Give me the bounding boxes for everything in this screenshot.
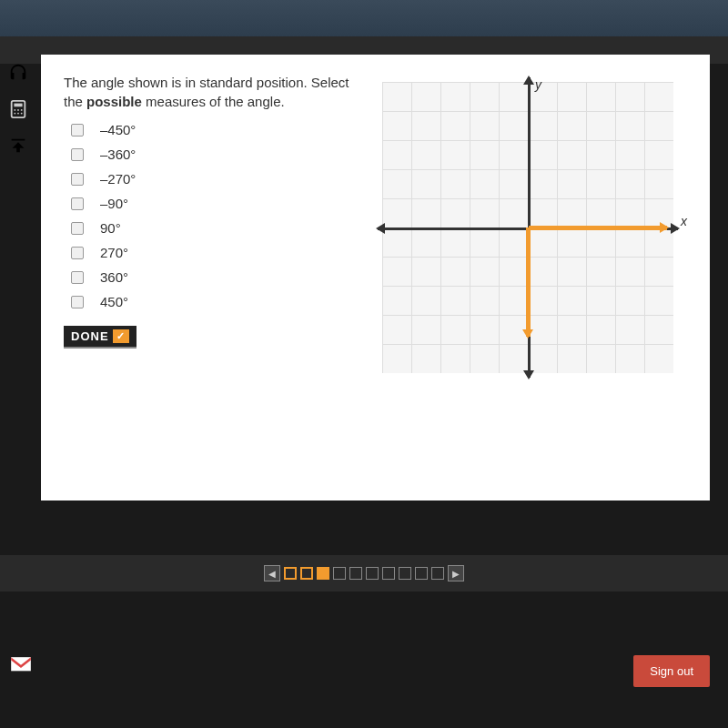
checkbox[interactable]	[71, 222, 84, 235]
done-button[interactable]: DONE ✓	[64, 326, 136, 349]
option-label: 90°	[100, 220, 121, 236]
next-arrow-button[interactable]: ▶	[448, 565, 464, 581]
answer-options-list: –450° –360° –270° –90° 90° 270°	[64, 122, 355, 309]
question-text-bold: possible	[86, 94, 142, 109]
progress-step[interactable]	[366, 567, 379, 580]
checkbox[interactable]	[71, 173, 84, 186]
svg-point-6	[17, 113, 19, 115]
graph-panel: y x	[369, 73, 687, 482]
option-label: –450°	[100, 122, 136, 137]
option-row: –450°	[71, 122, 355, 137]
done-button-label: DONE	[71, 329, 109, 343]
checkbox[interactable]	[71, 197, 84, 210]
svg-rect-1	[14, 104, 22, 107]
progress-step-current[interactable]	[317, 567, 329, 580]
lesson-progress-bar: ◀ ▶	[0, 555, 728, 592]
coordinate-graph: y x	[373, 73, 682, 382]
gmail-icon[interactable]	[9, 655, 33, 673]
headphones-icon[interactable]	[5, 59, 32, 86]
question-panel: The angle shown is in standard position.…	[64, 73, 355, 482]
progress-step[interactable]	[399, 567, 411, 580]
angle-terminal-side	[526, 228, 531, 337]
check-icon: ✓	[113, 329, 129, 343]
option-row: 270°	[71, 245, 355, 260]
tool-sidebar	[0, 50, 36, 168]
option-row: –90°	[71, 196, 355, 211]
progress-step[interactable]	[284, 567, 297, 580]
progress-step[interactable]	[431, 567, 444, 580]
svg-point-2	[14, 109, 15, 111]
svg-point-5	[14, 113, 15, 115]
option-row: 90°	[71, 220, 355, 236]
question-text: The angle shown is in standard position.…	[64, 73, 355, 111]
progress-step[interactable]	[349, 567, 362, 580]
option-label: –270°	[100, 171, 136, 187]
progress-step[interactable]	[382, 567, 395, 580]
option-row: –270°	[71, 171, 355, 187]
content-area: The angle shown is in standard position.…	[41, 55, 710, 500]
calculator-icon[interactable]	[5, 96, 32, 123]
progress-step[interactable]	[300, 567, 313, 580]
prev-arrow-button[interactable]: ◀	[264, 565, 280, 581]
svg-point-7	[21, 113, 23, 115]
sign-out-button[interactable]: Sign out	[633, 655, 710, 687]
collapse-up-icon[interactable]	[5, 132, 32, 159]
option-row: 360°	[71, 269, 355, 285]
option-row: 450°	[71, 294, 355, 309]
question-text-part2: measures of the angle.	[142, 94, 285, 109]
checkbox[interactable]	[71, 247, 84, 259]
sign-out-label: Sign out	[650, 664, 693, 678]
option-label: –90°	[100, 196, 128, 211]
x-axis-label: x	[681, 214, 687, 228]
svg-point-4	[21, 109, 23, 111]
progress-step[interactable]	[415, 567, 428, 580]
option-label: 270°	[100, 245, 128, 260]
checkbox[interactable]	[71, 124, 84, 136]
option-label: –360°	[100, 147, 136, 162]
checkbox[interactable]	[71, 296, 84, 308]
checkbox[interactable]	[71, 271, 84, 284]
angle-initial-side	[529, 226, 667, 230]
progress-step[interactable]	[333, 567, 346, 580]
option-label: 450°	[100, 294, 128, 309]
option-label: 360°	[100, 269, 128, 285]
checkbox[interactable]	[71, 148, 84, 161]
y-axis-label: y	[535, 77, 541, 92]
svg-point-3	[17, 109, 19, 111]
option-row: –360°	[71, 147, 355, 162]
